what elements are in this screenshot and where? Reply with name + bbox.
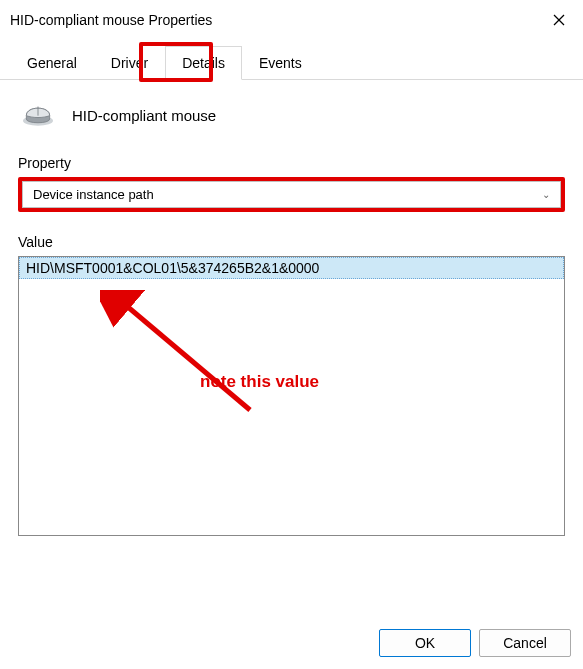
- cancel-button[interactable]: Cancel: [479, 629, 571, 657]
- tab-general[interactable]: General: [10, 46, 94, 80]
- tab-strip: General Driver Details Events: [0, 46, 583, 80]
- window-title: HID-compliant mouse Properties: [10, 12, 212, 28]
- chevron-down-icon: ⌄: [542, 189, 550, 200]
- tab-driver[interactable]: Driver: [94, 46, 165, 80]
- property-dropdown[interactable]: Device instance path ⌄: [22, 181, 561, 208]
- property-label: Property: [18, 155, 565, 171]
- value-listbox[interactable]: HID\MSFT0001&COL01\5&374265B2&1&0000: [18, 256, 565, 536]
- close-button[interactable]: [539, 6, 579, 34]
- property-selected-value: Device instance path: [33, 187, 154, 202]
- close-icon: [553, 14, 565, 26]
- value-label: Value: [18, 234, 565, 250]
- tab-details[interactable]: Details: [165, 46, 242, 80]
- annotation-property-highlight: Device instance path ⌄: [18, 177, 565, 212]
- device-name: HID-compliant mouse: [72, 107, 216, 124]
- value-item[interactable]: HID\MSFT0001&COL01\5&374265B2&1&0000: [19, 257, 564, 279]
- mouse-icon: [18, 98, 58, 133]
- ok-button[interactable]: OK: [379, 629, 471, 657]
- tab-events[interactable]: Events: [242, 46, 319, 80]
